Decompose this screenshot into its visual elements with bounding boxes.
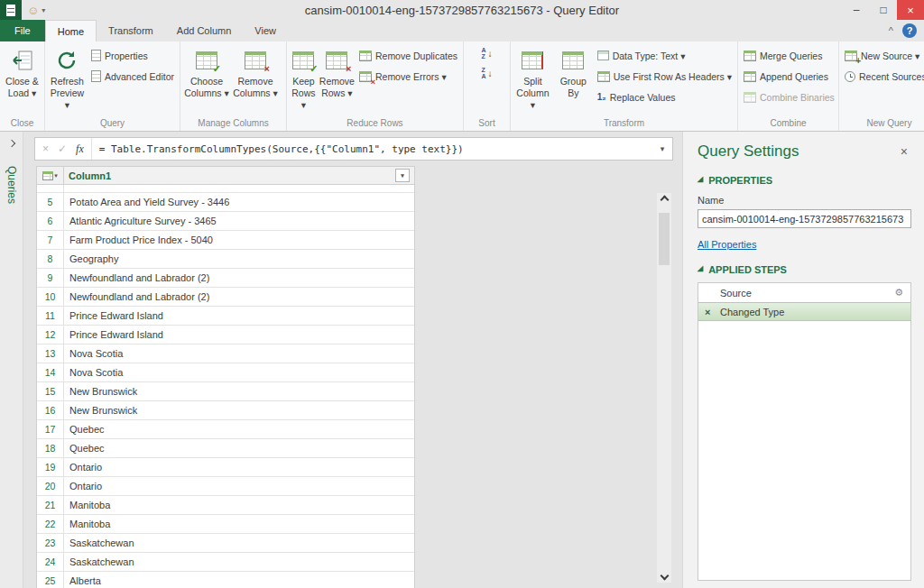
table-row[interactable]: 5Potato Area and Yield Survey - 3446	[37, 193, 414, 212]
cell-value[interactable]: New Brunswick	[64, 382, 414, 400]
table-row[interactable]: 6Atlantic Agriculture Survey - 3465	[37, 212, 414, 231]
cell-value[interactable]: Alberta	[64, 572, 414, 588]
applied-steps-section-header[interactable]: ◢ APPLIED STEPS	[698, 264, 911, 275]
tab-add-column[interactable]: Add Column	[165, 20, 244, 41]
applied-step-source[interactable]: Source ⚙	[698, 283, 910, 302]
cell-value[interactable]: Farm Product Price Index - 5040	[64, 231, 414, 249]
append-queries-button[interactable]: Append Queries	[741, 67, 837, 86]
table-row[interactable]: 24Saskatchewan	[37, 553, 414, 572]
table-row[interactable]: 16New Brunswick	[37, 401, 414, 420]
split-column-button[interactable]: Split Column ▾	[513, 44, 552, 116]
table-row[interactable]: 20Ontario	[37, 477, 414, 496]
cell-value[interactable]: Potato Area and Yield Survey - 3446	[64, 193, 414, 211]
cell-value[interactable]: Ontario	[64, 458, 414, 476]
table-row[interactable]: 9Newfoundland and Labrador (2)	[37, 269, 414, 288]
table-row[interactable]: 11Prince Edward Island	[37, 307, 414, 326]
remove-rows-button[interactable]: × Remove Rows ▾	[319, 44, 355, 116]
collapse-ribbon-icon[interactable]: ^	[889, 25, 893, 36]
expand-queries-pane-icon[interactable]	[7, 140, 14, 147]
commit-formula-icon[interactable]: ✓	[58, 142, 67, 155]
formula-input[interactable]: = Table.TransformColumnTypes(Source,{{"C…	[92, 138, 652, 160]
use-first-row-as-headers-button[interactable]: Use First Row As Headers ▾	[595, 67, 735, 86]
queries-pane-collapsed[interactable]: Queries	[0, 132, 23, 588]
data-type-button[interactable]: Data Type: Text ▾	[595, 46, 735, 65]
fx-icon[interactable]: fx	[76, 142, 84, 156]
tab-view[interactable]: View	[243, 20, 288, 41]
table-row[interactable]: 12Prince Edward Island	[37, 326, 414, 345]
expand-formula-bar-icon[interactable]: ▾	[652, 138, 672, 160]
group-by-button[interactable]: Group By	[554, 44, 593, 116]
refresh-preview-button[interactable]: Refresh Preview ▾	[48, 44, 87, 116]
cell-value[interactable]: Geography	[64, 250, 414, 268]
cell-value[interactable]: Ontario	[64, 477, 414, 495]
cell-value[interactable]: Prince Edward Island	[64, 307, 414, 325]
collapse-section-icon[interactable]: ◢	[698, 176, 703, 183]
table-row[interactable]: 17Quebec	[37, 420, 414, 439]
table-row[interactable]: 13Nova Scotia	[37, 345, 414, 363]
table-row[interactable]: 21Manitoba	[37, 496, 414, 515]
replace-values-button[interactable]: 1₂ Replace Values	[595, 87, 735, 106]
cell-value[interactable]: Manitoba	[64, 496, 414, 514]
cell-value[interactable]: Saskatchewan	[64, 553, 414, 571]
cell-value[interactable]: Manitoba	[64, 515, 414, 533]
maximize-button[interactable]: □	[870, 0, 897, 20]
cell-value[interactable]: Saskatchewan	[64, 534, 414, 552]
qat-dropdown-icon[interactable]: ▾	[42, 6, 45, 14]
delete-step-icon[interactable]: ×	[705, 307, 710, 317]
table-row[interactable]: 8Geography	[37, 250, 414, 269]
quick-access-toolbar[interactable]: ☺ ▾	[22, 5, 51, 16]
vertical-scrollbar[interactable]	[657, 193, 671, 583]
cell-value[interactable]: Quebec	[64, 420, 414, 438]
remove-errors-button[interactable]: × Remove Errors ▾	[356, 67, 460, 86]
minimize-button[interactable]: –	[843, 0, 870, 20]
cancel-formula-icon[interactable]: ×	[42, 142, 49, 155]
gear-icon[interactable]: ⚙	[894, 287, 903, 299]
sort-ascending-button[interactable]: A Z ↓	[477, 44, 495, 62]
cell-value[interactable]: New Brunswick	[64, 401, 414, 419]
choose-columns-button[interactable]: ✓ Choose Columns ▾	[183, 44, 230, 116]
cell-value[interactable]: Newfoundland and Labrador (2)	[64, 288, 414, 306]
column-header-column1[interactable]: Column1 ▾	[64, 167, 414, 184]
table-row[interactable]: 14Nova Scotia	[37, 363, 414, 382]
table-row[interactable]: 18Quebec	[37, 439, 414, 458]
merge-queries-button[interactable]: Merge Queries	[741, 46, 837, 65]
properties-button[interactable]: Properties	[88, 46, 177, 65]
scroll-down-icon[interactable]	[660, 572, 669, 581]
cell-value[interactable]: Nova Scotia	[64, 345, 414, 363]
help-icon[interactable]: ?	[902, 23, 917, 38]
tab-home[interactable]: Home	[45, 20, 97, 41]
column-filter-icon[interactable]: ▾	[395, 169, 410, 182]
cell-value[interactable]: Atlantic Agriculture Survey - 3465	[64, 212, 414, 230]
cell-value[interactable]: Nova Scotia	[64, 363, 414, 381]
advanced-editor-button[interactable]: Advanced Editor	[88, 67, 177, 86]
close-button[interactable]: ×	[897, 0, 924, 20]
sort-descending-button[interactable]: Z A ↓	[477, 64, 495, 82]
keep-rows-button[interactable]: ✓ Keep Rows ▾	[290, 44, 318, 116]
all-properties-link[interactable]: All Properties	[698, 239, 911, 250]
query-name-input[interactable]	[698, 209, 911, 228]
close-and-load-button[interactable]: Close & Load ▾	[3, 44, 42, 116]
scroll-up-icon[interactable]	[660, 196, 669, 205]
collapse-section-icon[interactable]: ◢	[698, 265, 703, 272]
table-row[interactable]: 19Ontario	[37, 458, 414, 477]
table-row[interactable]: 7Farm Product Price Index - 5040	[37, 231, 414, 250]
remove-duplicates-button[interactable]: Remove Duplicates	[356, 46, 460, 65]
table-row[interactable]: 25Alberta	[37, 572, 414, 588]
properties-section-header[interactable]: ◢ PROPERTIES	[698, 175, 911, 186]
applied-step-changed-type[interactable]: × Changed Type	[698, 302, 910, 321]
tab-transform[interactable]: Transform	[97, 20, 165, 41]
table-row[interactable]: 22Manitoba	[37, 515, 414, 534]
table-row[interactable]: 10Newfoundland and Labrador (2)	[37, 288, 414, 307]
table-row[interactable]: 15New Brunswick	[37, 382, 414, 401]
tab-file[interactable]: File	[0, 20, 45, 41]
scrollbar-thumb[interactable]	[659, 213, 670, 265]
formula-bar[interactable]: × ✓ fx = Table.TransformColumnTypes(Sour…	[34, 137, 673, 161]
table-corner-menu[interactable]: ▾	[37, 167, 64, 184]
table-row[interactable]: 23Saskatchewan	[37, 534, 414, 553]
queries-pane-label[interactable]: Queries	[5, 166, 18, 204]
cell-value[interactable]: Quebec	[64, 439, 414, 457]
recent-sources-button[interactable]: Recent Sources ▾	[842, 67, 924, 86]
new-source-button[interactable]: + New Source ▾	[842, 46, 924, 65]
feedback-smiley-icon[interactable]: ☺	[27, 5, 39, 16]
cell-value[interactable]: Prince Edward Island	[64, 326, 414, 344]
